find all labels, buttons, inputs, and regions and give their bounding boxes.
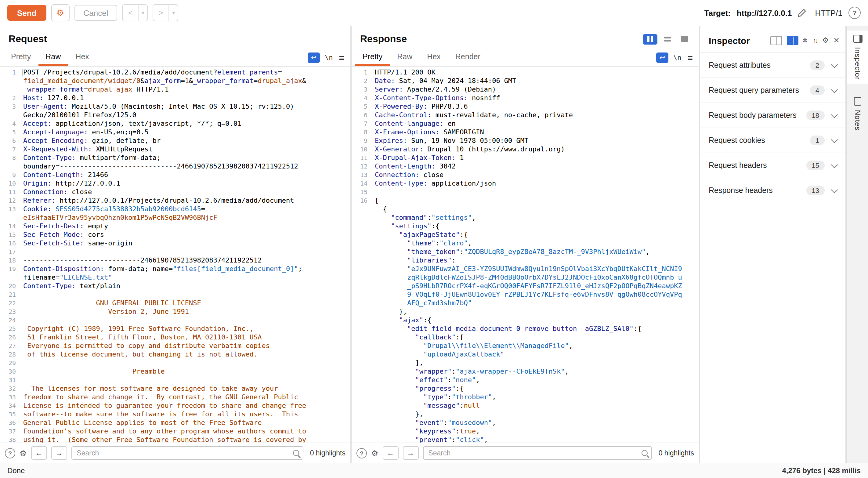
- response-highlights-count: 0 highlights: [659, 449, 694, 457]
- cancel-button[interactable]: Cancel: [74, 5, 118, 21]
- line-content: Preamble: [20, 367, 165, 376]
- inspector-section-request-query-parameters[interactable]: Request query parameters4: [700, 78, 845, 102]
- editor-line: 8X-Frame-Options: SAMEORIGIN: [351, 128, 699, 137]
- tab-pretty[interactable]: Pretty: [355, 49, 390, 66]
- request-tabs-row: PrettyRawHex ↩ \n ≡: [0, 49, 350, 66]
- line-content: "theme":"claro",: [371, 239, 472, 248]
- line-number: [351, 376, 371, 385]
- line-content: Cache-Control: must-revalidate, no-cache…: [371, 111, 573, 120]
- line-content: [20, 359, 23, 367]
- single-panel-layout-button[interactable]: [677, 34, 691, 44]
- editor-line: "eJx9UNFuwzAI_CE3-YZ9SUUIWdmw8Qyu1n19nSp…: [351, 265, 699, 273]
- next-match-button[interactable]: →: [403, 446, 418, 460]
- show-newlines-button[interactable]: \n: [673, 53, 682, 61]
- rows-layout-button[interactable]: [660, 34, 675, 44]
- send-settings-button[interactable]: ⚙: [51, 4, 70, 21]
- search-settings-gear-icon[interactable]: ⚙: [371, 448, 378, 457]
- line-number: 32: [0, 385, 20, 393]
- line-content: Sec-Fetch-Dest: empty: [20, 222, 108, 231]
- expand-collapse-icon[interactable]: ↑↓: [813, 37, 817, 44]
- line-number: 3: [351, 86, 371, 94]
- line-content: "libraries":: [371, 257, 456, 265]
- inspector-section-request-headers[interactable]: Request headers15: [700, 153, 845, 178]
- line-number: 5: [351, 102, 371, 111]
- editor-line: 3Server: Apache/2.4.59 (Debian): [351, 86, 699, 94]
- search-settings-gear-icon[interactable]: ⚙: [20, 448, 27, 457]
- next-request-button[interactable]: >: [154, 5, 169, 21]
- line-content: Server: Apache/2.4.59 (Debian): [371, 86, 496, 94]
- line-number: [351, 316, 371, 325]
- tab-hex[interactable]: Hex: [68, 49, 96, 66]
- next-match-button[interactable]: →: [51, 446, 67, 460]
- editor-line: 15Sec-Fetch-Mode: cors: [0, 231, 350, 239]
- help-icon[interactable]: ?: [848, 7, 861, 19]
- editor-line: eIsHfaaETVr3av95yvbqQhzn0kom1P5wPcNSqB2V…: [0, 214, 350, 222]
- send-button[interactable]: Send: [7, 5, 46, 21]
- http-version-label[interactable]: HTTP/1: [815, 8, 842, 18]
- edit-target-pencil-icon[interactable]: [798, 8, 806, 17]
- rail-tab-inspector[interactable]: Inspector: [847, 31, 868, 84]
- main-area: Request PrettyRawHex ↩ \n ≡ 1POST /Proje…: [0, 26, 868, 463]
- line-content: Version 2, June 1991: [20, 308, 189, 316]
- inspector-settings-gear-icon[interactable]: ⚙: [822, 36, 829, 44]
- section-label: Request headers: [709, 161, 806, 170]
- line-number: [0, 77, 20, 86]
- next-dropdown-button[interactable]: ▾: [169, 5, 178, 21]
- inspector-section-request-body-parameters[interactable]: Request body parameters18: [700, 102, 845, 127]
- editor-line: 15: [351, 188, 699, 197]
- line-content: field_media_document/widget/0&ajax_form=…: [20, 77, 306, 86]
- line-content: Content-Length: 21466: [20, 171, 108, 179]
- line-content: Content-language: en: [371, 120, 456, 128]
- inspector-section-response-headers[interactable]: Response headers13: [700, 178, 845, 203]
- previous-match-button[interactable]: ←: [31, 446, 47, 460]
- line-number: 13: [0, 205, 20, 214]
- word-wrap-toggle-button[interactable]: ↩: [656, 52, 669, 63]
- line-content: X-Powered-By: PHP/8.3.6: [371, 102, 468, 111]
- line-number: 21: [0, 291, 20, 299]
- editor-line: "type":"throbber",: [351, 393, 699, 402]
- previous-match-button[interactable]: ←: [382, 446, 398, 460]
- tab-render[interactable]: Render: [448, 49, 488, 66]
- tab-hex[interactable]: Hex: [420, 49, 448, 66]
- line-number: 4: [0, 120, 20, 128]
- line-number: 2: [351, 77, 371, 86]
- line-number: [351, 291, 371, 299]
- word-wrap-toggle-button[interactable]: ↩: [308, 52, 320, 63]
- show-newlines-button[interactable]: \n: [325, 53, 333, 61]
- editor-line: 12Content-Length: 3842: [351, 162, 699, 171]
- section-label: Response headers: [709, 186, 806, 195]
- editor-line: 5X-Powered-By: PHP/8.3.6: [351, 102, 699, 111]
- line-content: "edit-field-media-document-0-remove-butt…: [371, 325, 642, 333]
- tab-pretty[interactable]: Pretty: [4, 49, 38, 66]
- rail-tab-notes[interactable]: Notes: [847, 93, 868, 135]
- tab-raw[interactable]: Raw: [38, 49, 68, 66]
- section-label: Request query parameters: [709, 86, 810, 95]
- editor-menu-icon[interactable]: ≡: [687, 52, 693, 63]
- line-content: Connection: close: [371, 171, 443, 179]
- editor-line: _pS9HLbR7ROcrPX4f-eqKGrOQ00FAFYFsR7IFZL9…: [351, 282, 699, 291]
- collapse-all-icon[interactable]: «: [801, 38, 811, 43]
- editor-line: 18-----------------------------246619078…: [0, 257, 350, 265]
- prev-dropdown-button[interactable]: ▾: [139, 5, 147, 21]
- tab-raw[interactable]: Raw: [390, 49, 420, 66]
- inspector-section-request-attributes[interactable]: Request attributes2: [700, 53, 845, 78]
- response-search-input[interactable]: [427, 449, 641, 457]
- inspector-section-request-cookies[interactable]: Request cookies1: [700, 127, 845, 153]
- line-number: 15: [351, 188, 371, 197]
- request-editor[interactable]: 1POST /Projects/drupal-10.2.6/media/add/…: [0, 66, 350, 443]
- inspector-view-single-icon[interactable]: [770, 36, 782, 45]
- request-search-input[interactable]: [75, 449, 293, 457]
- line-number: 23: [0, 308, 20, 316]
- columns-layout-button[interactable]: [643, 34, 657, 44]
- close-icon[interactable]: ×: [834, 35, 839, 46]
- burp-repeater-window: Send ⚙ Cancel < ▾ > ▾ Target: http://127…: [0, 0, 868, 478]
- search-help-icon[interactable]: ?: [5, 448, 15, 458]
- line-content: Foundation's software and to any other p…: [20, 427, 306, 436]
- search-help-icon[interactable]: ?: [356, 448, 367, 458]
- prev-request-button[interactable]: <: [123, 5, 138, 21]
- response-editor[interactable]: 1HTTP/1.1 200 OK2Date: Sat, 04 May 2024 …: [351, 66, 699, 443]
- editor-menu-icon[interactable]: ≡: [339, 52, 344, 63]
- inspector-view-split-icon[interactable]: [787, 36, 798, 45]
- line-content: Accept-Language: en-US,en;q=0.5: [20, 128, 149, 137]
- line-content: Host: 127.0.0.1: [20, 94, 84, 102]
